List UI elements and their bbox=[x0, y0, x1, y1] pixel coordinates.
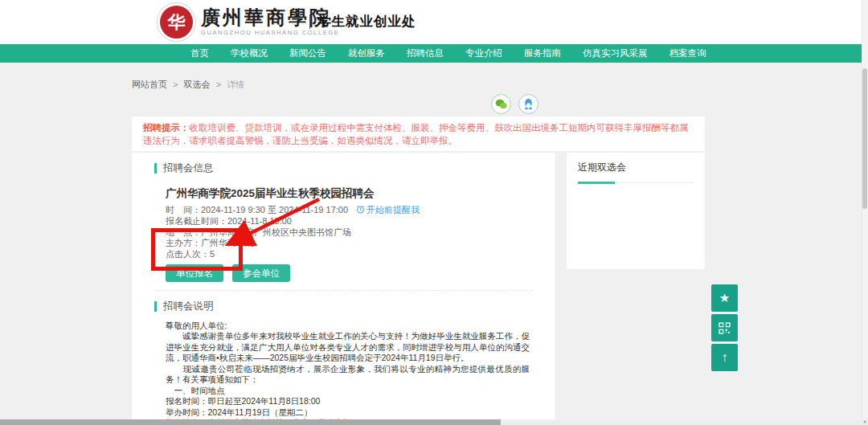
attending-units-button[interactable]: 参会单位 bbox=[232, 264, 290, 282]
fair-deadline-line: 报名截止时间：2024-11-8 18:00 bbox=[166, 216, 531, 227]
fair-host-line: 主办方：广州华商学院 bbox=[166, 238, 531, 249]
breadcrumb-separator: > bbox=[216, 80, 221, 89]
nav-item-employment-service[interactable]: 就创服务 bbox=[348, 47, 385, 59]
article-paragraph: 现诚邀贵公司莅临现场招贤纳才，展示企业形象，我们将以专业的精神为您提供最优质的服… bbox=[166, 364, 530, 386]
place-value: 广州华商学院广州校区中央图书馆广场 bbox=[201, 227, 351, 237]
qr-code-button[interactable] bbox=[711, 314, 738, 341]
article-paragraph: 报名时间：即日起至2024年11月8日18:00 bbox=[166, 396, 530, 407]
nav-item-school-overview[interactable]: 学校概况 bbox=[231, 47, 268, 59]
vertical-scrollbar-thumb[interactable] bbox=[862, 68, 867, 209]
fair-button-row: 单位报名 参会单位 bbox=[166, 264, 531, 282]
divider bbox=[309, 14, 310, 29]
scrollbar-corner: ▾ bbox=[862, 419, 868, 425]
page: 华 廣州華商學院 GUANGZHOU HUASHANG COLLEGE 学生就业… bbox=[0, 0, 868, 425]
warning-prefix: 招聘提示： bbox=[143, 123, 190, 133]
nav-item-news[interactable]: 新闻公告 bbox=[289, 47, 326, 59]
fair-time-line: 时 间：2024-11-19 9:30 至 2024-11-19 17:00开始… bbox=[166, 205, 531, 216]
fair-detail-block: 广州华商学院2025届毕业生秋季校园招聘会 时 间：2024-11-19 9:3… bbox=[132, 175, 555, 282]
fair-clicks-line: 点击人次：5 bbox=[166, 249, 531, 260]
remind-me-link[interactable]: 开始前提醒我 bbox=[356, 205, 420, 215]
vertical-scrollbar-track[interactable] bbox=[862, 0, 868, 425]
fair-description-article: 尊敬的用人单位: 诚挚感谢贵单位多年来对我校毕业生就业工作的关心与支持！为做好毕… bbox=[132, 313, 555, 425]
recent-fairs-panel: 近期双选会 bbox=[567, 153, 705, 269]
star-icon: ★ bbox=[719, 291, 730, 305]
host-label: 主办方： bbox=[166, 238, 201, 247]
sidebar-title-underline bbox=[578, 182, 694, 184]
share-bar bbox=[491, 94, 538, 114]
host-value: 广州华商学院 bbox=[201, 238, 254, 247]
time-value: 2024-11-19 9:30 至 2024-11-19 17:00 bbox=[201, 205, 348, 215]
time-label: 时 间： bbox=[166, 205, 201, 215]
nav-item-major-intro[interactable]: 专业介绍 bbox=[465, 47, 502, 59]
nav-item-simulation-internship[interactable]: 仿真实习风采展 bbox=[583, 47, 648, 59]
recruit-warning-notice: 招聘提示：收取培训费、贷款培训，或在录用过程中需支付体检、服装、押金等费用、鼓吹… bbox=[132, 116, 705, 151]
favorite-button[interactable]: ★ bbox=[711, 284, 738, 312]
site-header: 华 廣州華商學院 GUANGZHOU HUASHANG COLLEGE 学生就业… bbox=[0, 0, 868, 44]
horizontal-scrollbar-thumb[interactable] bbox=[0, 419, 501, 425]
horizontal-scrollbar-track[interactable] bbox=[0, 419, 862, 425]
breadcrumb-current: 详情 bbox=[227, 80, 244, 89]
breadcrumb-home[interactable]: 网站首页 bbox=[132, 80, 167, 89]
place-label: 地 点： bbox=[166, 227, 201, 237]
fair-info-card: 招聘会信息 广州华商学院2025届毕业生秋季校园招聘会 时 间：2024-11-… bbox=[132, 153, 555, 425]
fair-desc-section-title: 招聘会说明 bbox=[163, 300, 214, 313]
qq-share-icon[interactable] bbox=[518, 94, 538, 114]
up-arrow-icon: ↑ bbox=[722, 350, 728, 365]
alarm-clock-icon bbox=[356, 205, 365, 214]
article-paragraph: 举办时间：2024年11月19日（星期二） bbox=[166, 407, 530, 419]
dept-name: 学生就业创业处 bbox=[317, 13, 416, 31]
breadcrumb-separator: > bbox=[173, 80, 178, 89]
recent-fairs-title: 近期双选会 bbox=[578, 161, 694, 174]
main-nav: 首页 学校概况 新闻公告 就创服务 招聘信息 专业介绍 服务指南 仿真实习风采展… bbox=[0, 44, 868, 63]
breadcrumb-fair-list[interactable]: 双选会 bbox=[184, 80, 211, 89]
nav-item-archive-query[interactable]: 档案查询 bbox=[669, 47, 706, 59]
nav-item-service-guide[interactable]: 服务指南 bbox=[524, 47, 561, 59]
school-logo-icon[interactable]: 华 bbox=[160, 6, 193, 39]
fair-place-line: 地 点：广州华商学院广州校区中央图书馆广场 bbox=[166, 227, 531, 239]
section-divider bbox=[154, 290, 533, 291]
unit-register-button[interactable]: 单位报名 bbox=[166, 264, 223, 282]
dept-block: 学生就业创业处 bbox=[309, 13, 416, 31]
back-to-top-button[interactable]: ↑ bbox=[711, 344, 738, 371]
section-accent-bar bbox=[154, 163, 157, 174]
qr-code-icon bbox=[719, 322, 731, 334]
article-paragraph: 一、时间地点 bbox=[166, 386, 530, 397]
fair-title: 广州华商学院2025届毕业生秋季校园招聘会 bbox=[166, 187, 531, 200]
clicks-label: 点击人次： bbox=[166, 249, 210, 259]
section-accent-bar bbox=[154, 301, 157, 312]
wechat-share-icon[interactable] bbox=[491, 94, 511, 114]
breadcrumb: 网站首页 > 双选会 > 详情 bbox=[132, 79, 244, 91]
clicks-value: 5 bbox=[210, 249, 215, 259]
deadline-value: 2024-11-8 18:00 bbox=[227, 216, 292, 226]
fair-desc-section-header: 招聘会说明 bbox=[154, 300, 555, 313]
deadline-label: 报名截止时间： bbox=[166, 216, 227, 226]
fair-info-section-header: 招聘会信息 bbox=[154, 161, 555, 175]
nav-item-recruit-info[interactable]: 招聘信息 bbox=[407, 47, 444, 59]
article-paragraph: 尊敬的用人单位: bbox=[166, 321, 530, 332]
nav-item-home[interactable]: 首页 bbox=[190, 47, 209, 59]
warning-text: 收取培训费、贷款培训，或在录用过程中需支付体检、服装、押金等费用、鼓吹出国出境务… bbox=[143, 123, 689, 145]
logo-glyph: 华 bbox=[168, 10, 186, 35]
fair-info-section-title: 招聘会信息 bbox=[163, 161, 214, 175]
article-paragraph: 诚挚感谢贵单位多年来对我校毕业生就业工作的关心与支持！为做好毕业生就业服务工作，… bbox=[166, 331, 530, 364]
